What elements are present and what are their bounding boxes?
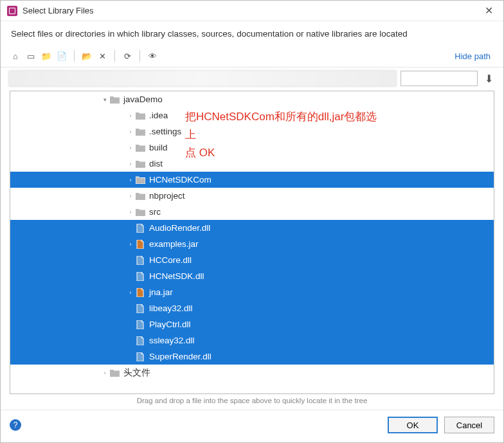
dialog: Select Library Files ✕ Select files or d… [0, 0, 504, 443]
close-icon[interactable]: ✕ [481, 5, 497, 17]
cancel-button[interactable]: Cancel [444, 417, 494, 433]
download-icon[interactable]: ⬇ [482, 71, 496, 86]
tree-file[interactable]: ssleay32.dll [10, 332, 494, 348]
tree-file[interactable]: ›examples.jar [10, 236, 494, 252]
home-icon[interactable]: ⌂ [8, 49, 22, 63]
toolbar: ⌂ ▭ 📁 📄 📂 ✕ ⟳ 👁 Hide path [1, 46, 503, 68]
show-hidden-icon[interactable]: 👁 [145, 49, 159, 63]
tree-folder-more[interactable]: ›头文件 [10, 365, 494, 381]
tree-folder[interactable]: ›nbproject [10, 188, 494, 204]
tree-file[interactable]: PlayCtrl.dll [10, 316, 494, 332]
refresh-icon[interactable]: ⟳ [120, 49, 134, 63]
titlebar: Select Library Files ✕ [1, 1, 503, 21]
dialog-subtitle: Select files or directories in which lib… [1, 21, 503, 46]
tree-folder[interactable]: ›.settings [10, 123, 494, 140]
path-breadcrumb[interactable] [8, 70, 397, 87]
separator [140, 50, 140, 62]
help-icon[interactable]: ? [10, 419, 21, 431]
path-input[interactable] [401, 71, 478, 86]
tree-file[interactable]: ›jna.jar [10, 284, 494, 300]
tree-file[interactable]: AudioRender.dll [10, 220, 494, 236]
path-row: ⬇ [1, 68, 503, 91]
hide-path-link[interactable]: Hide path [455, 51, 496, 61]
copy-icon: 📄 [55, 49, 69, 63]
window-title: Select Library Files [22, 6, 481, 15]
tree-folder[interactable]: ›build [10, 140, 494, 156]
new-folder-icon[interactable]: 📁 [39, 49, 53, 63]
project-icon[interactable]: ▭ [24, 49, 38, 63]
file-tree[interactable]: ▾javaDemo›.idea›.settings›build›dist›HCN… [10, 91, 494, 394]
separator [74, 50, 75, 62]
drag-hint: Drag and drop a file into the space abov… [1, 394, 503, 410]
tree-file[interactable]: HCCore.dll [10, 252, 494, 268]
tree-folder[interactable]: ›.idea [10, 107, 494, 123]
tree-file[interactable]: HCNetSDK.dll [10, 268, 494, 284]
tree-file[interactable]: SuperRender.dll [10, 348, 494, 365]
locate-icon[interactable]: 📂 [80, 49, 94, 63]
tree-file[interactable]: libeay32.dll [10, 300, 494, 316]
ok-button[interactable]: OK [388, 417, 438, 433]
tree-folder-root[interactable]: ▾javaDemo [10, 91, 494, 107]
tree-folder[interactable]: ›dist [10, 156, 494, 172]
tree-folder[interactable]: ›HCNetSDKCom [10, 172, 494, 188]
separator [114, 50, 115, 62]
app-icon [7, 6, 17, 16]
tree-folder[interactable]: ›src [10, 204, 494, 220]
delete-icon[interactable]: ✕ [95, 49, 109, 63]
footer: ? OK Cancel [1, 410, 503, 442]
